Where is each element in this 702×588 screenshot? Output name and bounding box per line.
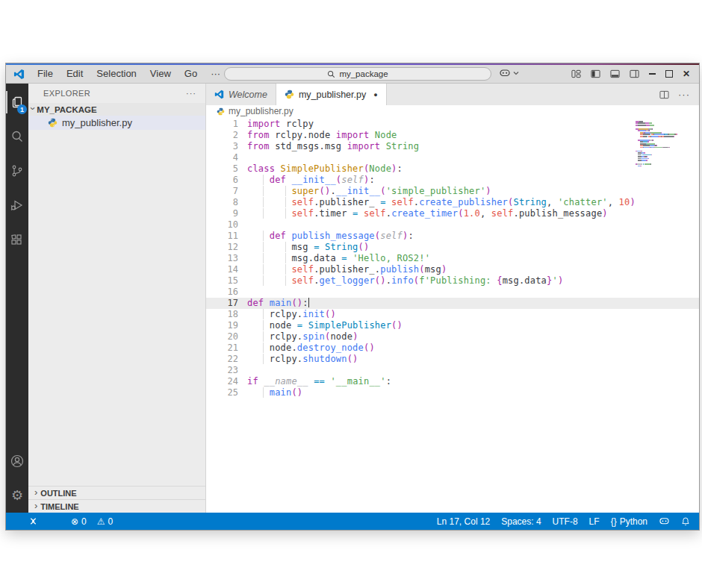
code-line[interactable]: 15 self.get_logger().info(f'Publishing: … [206,275,699,287]
menu-view[interactable]: View [143,65,178,83]
minimap-line [636,140,694,141]
code-line[interactable]: 20 rclpy.spin(node) [206,331,699,343]
code-line[interactable]: 16 [206,287,699,298]
code-line[interactable]: 6 def __init__(self): [206,175,699,186]
line-number: 14 [206,264,238,275]
language-mode[interactable]: {} Python [611,516,647,527]
line-number: 3 [206,141,238,152]
code-line[interactable]: 23 [206,365,699,376]
explorer-icon[interactable]: 1 [6,85,28,119]
more-actions-icon[interactable]: ··· [678,89,690,100]
minimap-line [636,128,694,130]
minimap-line [636,137,694,139]
line-text: class SimplePublisher(Node): [247,163,403,175]
tab-my-publisher[interactable]: my_publisher.py ● [276,84,387,105]
code-line[interactable]: 21 node.destroy_node() [206,343,699,354]
copilot-button[interactable] [499,68,519,78]
code-line[interactable]: 2from rclpy.node import Node [206,130,699,141]
split-editor-icon[interactable] [659,90,669,99]
problems-status[interactable]: ⊗ 0 ⚠ 0 [71,516,113,527]
line-text: node = SimplePublisher() [247,320,403,331]
breadcrumb[interactable]: my_publisher.py [206,105,699,117]
code-line[interactable]: 8 self.publisher_ = self.create_publishe… [206,197,699,208]
dirty-indicator-icon[interactable]: ● [373,91,377,98]
source-control-icon[interactable] [6,154,28,188]
folder-name: MY_PACKAGE [37,105,96,114]
command-center-search[interactable]: my_package [224,67,491,81]
errors-count: 0 [81,516,87,527]
notifications-bell-icon[interactable] [681,516,690,526]
minimap-line [636,143,694,145]
warnings-count: 0 [108,516,114,527]
python-file-icon [285,90,294,99]
line-text: import rclpy [247,119,314,130]
encoding[interactable]: UTF-8 [553,516,578,527]
copilot-status-icon[interactable] [659,516,670,526]
line-number: 23 [206,365,238,376]
customize-layout-icon[interactable] [571,69,581,78]
menu-edit[interactable]: Edit [60,65,90,83]
code-line[interactable]: 7 super().__init__('simple_publisher') [206,186,699,197]
minimize-button[interactable] [649,73,656,75]
line-text: rclpy.init() [247,309,336,320]
editor-actions: ··· [659,84,699,105]
vscode-logo-icon [214,90,224,99]
indentation[interactable]: Spaces: 4 [501,516,541,527]
close-button[interactable]: ✕ [683,69,690,79]
code-line[interactable]: 14 self.publisher_.publish(msg) [206,264,699,275]
code-line[interactable]: 13 msg.data = 'Hello, ROS2!' [206,253,699,264]
outline-section[interactable]: › OUTLINE [28,486,205,499]
line-number: 12 [206,242,238,253]
titlebar: FileEditSelectionViewGo··· ← → my_packag… [6,65,699,84]
code-line[interactable]: 11 def publish_message(self): [206,231,699,242]
minimap-line [636,151,694,152]
code-line[interactable]: 19 node = SimplePublisher() [206,320,699,331]
text-cursor [308,298,309,307]
minimap-line [636,160,694,161]
minimap[interactable] [633,119,697,169]
file-item-my-publisher[interactable]: my_publisher.py [28,116,205,130]
minimap-line [636,158,694,160]
cursor-position[interactable]: Ln 17, Col 12 [437,516,490,527]
python-file-icon [217,107,225,116]
toggle-panel-icon[interactable] [610,69,620,78]
maximize-button[interactable] [665,70,673,78]
code-line[interactable]: 3from std_msgs.msg import String [206,141,699,152]
timeline-section[interactable]: › TIMELINE [28,499,205,513]
menu-selection[interactable]: Selection [90,65,143,83]
code-line[interactable]: 10 [206,219,699,231]
toggle-primary-sidebar-icon[interactable] [591,69,600,78]
code-line[interactable]: 18 rclpy.init() [206,309,699,320]
line-number: 17 [206,298,238,309]
code-line[interactable]: 22 rclpy.shutdown() [206,354,699,365]
toggle-secondary-sidebar-icon[interactable] [630,69,639,78]
code-line[interactable]: 17def main(): [206,298,699,309]
sidebar-more-icon[interactable]: ··· [186,89,196,98]
python-file-icon [48,118,58,128]
line-text: def main(): [247,298,309,309]
extensions-icon[interactable] [6,222,28,257]
code-line[interactable]: 12 msg = String() [206,242,699,253]
code-area[interactable]: 1import rclpy2from rclpy.node import Nod… [206,117,699,513]
code-line[interactable]: 9 self.timer = self.create_timer(1.0, se… [206,208,699,219]
line-text: rclpy.spin(node) [247,331,358,343]
line-text: msg = String() [247,242,369,253]
outline-label: OUTLINE [40,489,76,498]
remote-indicator[interactable] [28,516,38,526]
code-line[interactable]: 25 main() [206,387,699,398]
menu-go[interactable]: Go [178,65,204,83]
folder-my-package[interactable]: › MY_PACKAGE [28,103,205,116]
search-view-icon[interactable] [6,119,28,154]
braces-icon: {} [611,516,617,527]
code-line[interactable]: 24if __name__ == '__main__': [206,376,699,387]
code-line[interactable]: 4 [206,152,699,163]
tab-welcome[interactable]: Welcome [206,84,276,105]
code-line[interactable]: 5class SimplePublisher(Node): [206,163,699,175]
line-number: 25 [206,387,238,398]
run-debug-icon[interactable] [6,188,28,222]
menu-file[interactable]: File [31,65,60,83]
eol-sequence[interactable]: LF [589,516,600,527]
settings-gear-icon[interactable]: ⚙ [6,478,28,513]
code-line[interactable]: 1import rclpy [206,119,699,130]
accounts-icon[interactable] [6,444,28,478]
